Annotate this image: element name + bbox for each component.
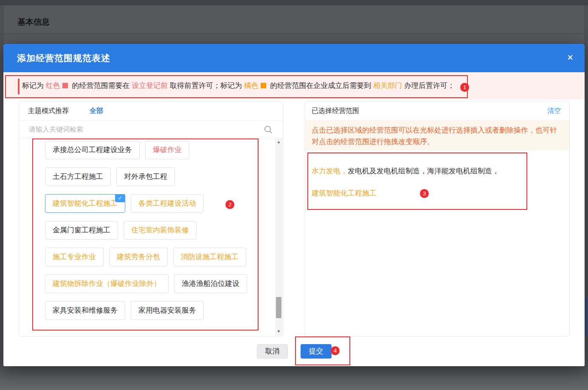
background-top-strip (0, 0, 588, 5)
scope-tag[interactable]: 对外承包工程 (116, 167, 175, 186)
scope-tag[interactable]: 建筑劳务分包 (109, 248, 168, 266)
scope-tag[interactable]: 建筑智能化工程施工✓ (45, 194, 125, 213)
notice-segment: 红色 (46, 82, 60, 90)
selected-scope-item[interactable]: 建筑智能化工程施工 (312, 189, 377, 197)
tag-row: 建筑智能化工程施工✓各类工程建设活动 (45, 194, 276, 213)
background-card: 基本信息 (3, 5, 585, 44)
tab-theme-recommend[interactable]: 主题模式推荐 (28, 102, 69, 120)
recommend-panel-header: 主题模式推荐 全部 (19, 102, 283, 121)
tag-row: 建筑物拆除作业（爆破作业除外）渔港渔船泊位建设 (45, 274, 276, 293)
scroll-up-icon[interactable]: ▲ (275, 138, 282, 146)
search-input[interactable] (28, 121, 259, 138)
search-row (19, 121, 283, 139)
selected-panel-header: 已选择经营范围 清空 (305, 102, 569, 121)
dialog-title: 添加经营范围规范表述 (17, 44, 110, 72)
background-divider (4, 34, 585, 34)
notice-segment: 橘色 (244, 82, 259, 90)
selected-line: 水力发电，发电机及发电机组制造，海洋能发电机组制造， (312, 166, 499, 176)
step-badge-3: 3 (420, 189, 429, 198)
selected-scope-item[interactable]: 水力发电， (312, 167, 348, 175)
submit-button[interactable]: 提交 (301, 344, 332, 359)
selected-hint: 点击已选择区域的经营范围可以在光标处进行选择插入或者删除操作，也可针对点击的经营… (305, 121, 569, 150)
red-square-icon (62, 83, 68, 88)
selected-line: 建筑智能化工程施工 (312, 188, 377, 198)
notice-segment: 相关部门 (373, 82, 402, 90)
scope-tag[interactable]: 消防设施工程施工 (173, 248, 246, 266)
scope-tag[interactable]: 建筑物拆除作业（爆破作业除外） (45, 274, 169, 293)
scope-tag[interactable]: 承接总公司工程建设业务 (45, 141, 140, 159)
selected-scope-item[interactable]: 发电机及发电机组制造，海洋能发电机组制造， (348, 167, 499, 175)
check-icon: ✓ (115, 194, 125, 202)
scope-tag[interactable]: 土石方工程施工 (45, 167, 111, 186)
background-scroll-strip (585, 297, 588, 336)
permission-notice: 标记为 红色 的经营范围需要在 设立登记前 取得前置许可；标记为 橘色 的经营范… (3, 72, 585, 99)
scrollbar[interactable]: ▲ ▼ (275, 138, 282, 336)
tag-rows: 承接总公司工程建设业务爆破作业土石方工程施工对外承包工程建筑智能化工程施工✓各类… (19, 138, 276, 336)
notice-segment: 设立登记前 (132, 82, 168, 90)
notice-segment: 标记为 (22, 82, 46, 90)
tag-row: 施工专业作业建筑劳务分包消防设施工程施工 (45, 248, 276, 266)
notice-segment: 办理后置许可； (402, 82, 455, 90)
search-icon[interactable] (264, 125, 273, 136)
page-section-title: 基本信息 (17, 17, 50, 28)
scope-tag[interactable]: 家具安装和维修服务 (45, 301, 125, 320)
clear-button[interactable]: 清空 (547, 102, 561, 120)
scope-tag[interactable]: 施工专业作业 (45, 248, 104, 266)
scope-tag[interactable]: 爆破作业 (145, 141, 189, 159)
recommend-panel: 主题模式推荐 全部 承接总公司工程建设业务爆破作业土石方工程施工对外承包工程建筑… (19, 101, 283, 336)
scope-tag[interactable]: 金属门窗工程施工 (45, 221, 118, 240)
close-icon[interactable]: ✕ (567, 54, 574, 62)
tag-row: 土石方工程施工对外承包工程 (45, 167, 276, 186)
step-badge-4: 4 (331, 346, 340, 355)
dialog-header: 添加经营范围规范表述 ✕ (3, 44, 585, 72)
scope-tag[interactable]: 住宅室内装饰装修 (124, 221, 197, 240)
scroll-down-icon[interactable]: ▼ (275, 328, 282, 335)
tab-all[interactable]: 全部 (90, 102, 103, 120)
notice-segment: 的经营范围需要在 (70, 82, 132, 90)
notice-accent-bar (18, 79, 20, 94)
tag-row: 承接总公司工程建设业务爆破作业 (45, 141, 276, 159)
scope-tag[interactable]: 各类工程建设活动 (131, 194, 204, 213)
selected-panel: 已选择经营范围 清空 点击已选择区域的经营范围可以在光标处进行选择插入或者删除操… (305, 101, 570, 336)
scope-tag[interactable]: 家用电器安装服务 (131, 301, 204, 320)
notice-text: 标记为 红色 的经营范围需要在 设立登记前 取得前置许可；标记为 橘色 的经营范… (22, 72, 455, 99)
scope-tag[interactable]: 渔港渔船泊位建设 (174, 274, 247, 293)
annotation-box-3: 3 (307, 153, 527, 210)
tag-row: 金属门窗工程施工住宅室内装饰装修 (45, 221, 276, 240)
scroll-thumb[interactable] (276, 297, 281, 318)
selected-panel-title: 已选择经营范围 (312, 102, 359, 120)
add-business-scope-dialog: 添加经营范围规范表述 ✕ 标记为 红色 的经营范围需要在 设立登记前 取得前置许… (3, 44, 585, 366)
notice-segment: 取得前置许可；标记为 (168, 82, 244, 90)
background-bottom (0, 366, 588, 390)
cancel-button[interactable]: 取消 (257, 344, 288, 359)
tag-row: 家具安装和维修服务家用电器安装服务 (45, 301, 276, 320)
notice-segment: 的经营范围在企业成立后需要到 (268, 82, 373, 90)
orange-square-icon (261, 83, 266, 88)
